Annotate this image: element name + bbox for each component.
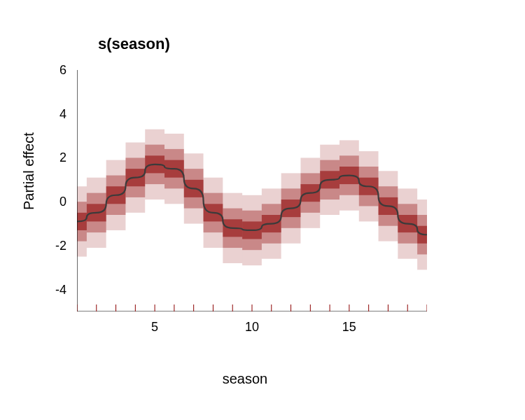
x-tick-label: 5	[151, 320, 158, 334]
x-tick-label: 10	[245, 320, 259, 334]
x-tick-label: 15	[342, 320, 356, 334]
x-tick-labels: 51015	[0, 0, 525, 420]
chart-container: s(season) Partial effect season -4-20246…	[0, 0, 525, 420]
